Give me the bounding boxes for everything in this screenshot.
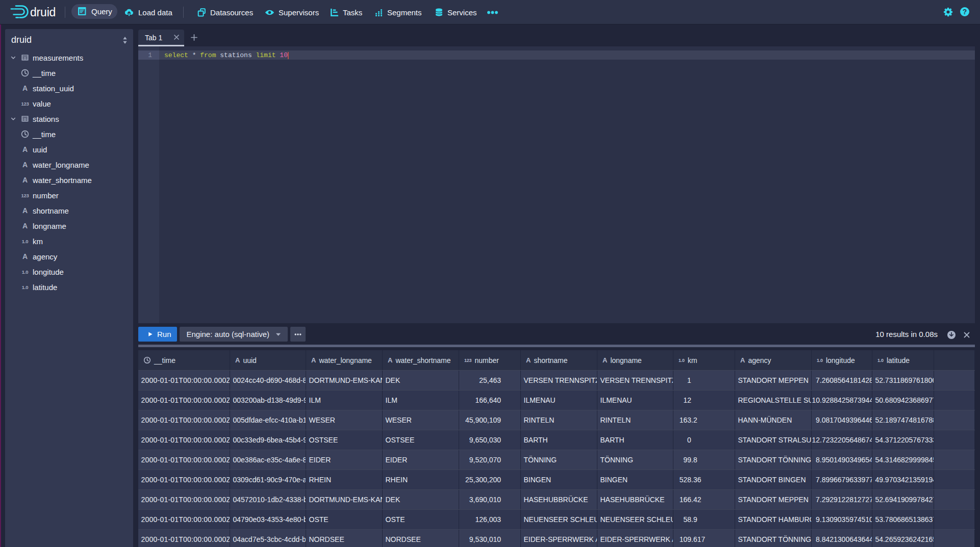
svg-text:?: ? bbox=[963, 8, 967, 16]
